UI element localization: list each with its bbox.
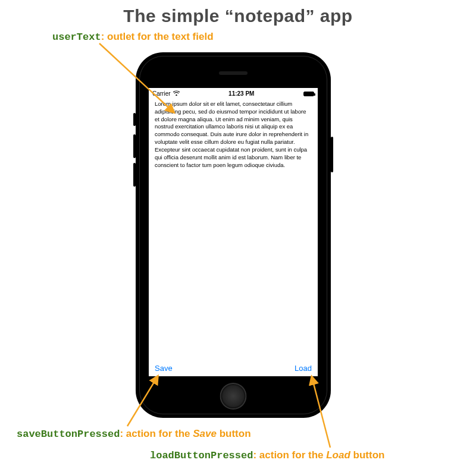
carrier-label: Carrier [152,90,171,97]
battery-icon [303,92,314,96]
callout-desc: action for the Load button [259,449,385,461]
callout-save: saveButtonPressed: action for the Save b… [17,428,251,440]
callout-usertext: userText: outlet for the text field [52,31,214,43]
callout-load: loadButtonPressed: action for the Load b… [150,449,384,461]
volume-up-button [133,134,136,158]
callout-name: saveButtonPressed [17,429,120,440]
save-button[interactable]: Save [155,364,173,373]
callout-desc: outlet for the text field [107,31,214,42]
callout-colon: : [120,428,126,439]
callout-colon: : [101,31,107,42]
home-button[interactable] [220,383,247,410]
phone-device: Carrier 11:23 PM Lorem ipsum dolor sit e… [136,52,331,418]
volume-down-button [133,163,136,187]
power-button [331,137,333,172]
phone-screen: Carrier 11:23 PM Lorem ipsum dolor sit e… [149,88,318,376]
status-bar: Carrier 11:23 PM [149,88,318,98]
callout-name: loadButtonPressed [150,450,253,461]
callout-colon: : [253,449,259,461]
bottom-toolbar: Save Load [149,364,318,373]
callout-name: userText [52,32,101,43]
status-time: 11:23 PM [228,90,254,97]
callout-desc: action for the Save button [126,428,251,439]
svg-point-0 [176,95,177,96]
wifi-icon [173,90,180,97]
user-text-field[interactable]: Lorem ipsum dolor sit er elit lamet, con… [149,98,318,169]
load-button[interactable]: Load [295,364,312,373]
mute-switch [133,113,136,126]
phone-speaker [219,71,248,75]
page-title: The simple “notepad” app [0,6,476,26]
